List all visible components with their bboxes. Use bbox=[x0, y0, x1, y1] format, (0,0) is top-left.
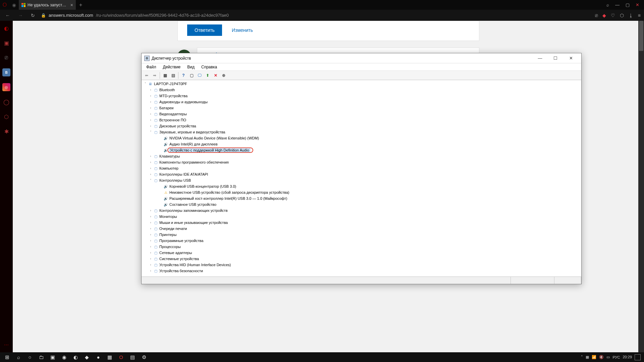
heart-icon[interactable]: ♡ bbox=[611, 13, 615, 18]
toolbar-scan-icon[interactable]: ▢ bbox=[188, 72, 195, 79]
tree-node[interactable]: ›▢Компоненты программного обеспечения bbox=[148, 159, 580, 165]
explorer-icon[interactable]: 🗀 bbox=[36, 352, 47, 362]
tree-leaf[interactable]: 🔊Устройство с поддержкой High Definition… bbox=[158, 147, 580, 153]
edit-link[interactable]: Изменить bbox=[232, 27, 253, 33]
tree-node[interactable]: ›▢Аудиовходы и аудиовыходы bbox=[148, 99, 580, 105]
shield-icon[interactable]: ◆ bbox=[602, 13, 606, 18]
toolbar-back-icon[interactable]: ⬅ bbox=[143, 72, 150, 79]
nav-reload-icon[interactable]: ↻ bbox=[29, 11, 37, 19]
devmgr-titlebar[interactable]: ⚙ Диспетчер устройств — ☐ ✕ bbox=[142, 53, 581, 63]
menu-action[interactable]: Действие bbox=[160, 64, 183, 70]
search-button[interactable]: ⌕ bbox=[13, 352, 24, 362]
tree-node[interactable]: ›▢Контроллеры запоминающих устройств bbox=[148, 207, 580, 214]
tree-root[interactable]: ˅🖥LAPTOP-J1P4T0PF bbox=[143, 81, 580, 87]
tree-node[interactable]: ›▢Компьютер bbox=[148, 165, 580, 171]
tree-leaf[interactable]: 🔊Расширяемый хост-контроллер Intel(R) US… bbox=[158, 195, 580, 201]
window-maximize-button[interactable]: ☐ bbox=[548, 53, 563, 63]
cortana-button[interactable]: ○ bbox=[24, 352, 36, 362]
reply-button[interactable]: Ответить bbox=[187, 24, 222, 36]
sidebar-settings-icon[interactable]: ✱ bbox=[2, 127, 10, 135]
chrome-icon[interactable]: ◉ bbox=[58, 352, 70, 362]
download-icon[interactable]: ⭳ bbox=[629, 13, 633, 18]
tree-node[interactable]: ›▢Bluetooth bbox=[148, 87, 580, 93]
tree-node[interactable]: ›▢Устройства HID (Human Interface Device… bbox=[148, 262, 580, 268]
tree-node[interactable]: ›▢Батареи bbox=[148, 105, 580, 111]
tray-battery-icon[interactable]: ▭ bbox=[606, 355, 610, 359]
toolbar-update-icon[interactable]: ⬆ bbox=[204, 72, 211, 79]
new-tab-button[interactable]: + bbox=[76, 2, 86, 8]
tree-node[interactable]: ˅▢Звуковые, игровые и видеоустройства bbox=[148, 129, 580, 135]
tree-node[interactable]: ›▢Мониторы bbox=[148, 214, 580, 220]
tree-node[interactable]: ›▢Дисковые устройства bbox=[148, 123, 580, 129]
app-icon[interactable]: ◆ bbox=[81, 352, 93, 362]
tree-leaf[interactable]: 🔊Корневой USB-концентратор (USB 3.0) bbox=[158, 183, 580, 189]
cube-icon[interactable]: ⬡ bbox=[620, 13, 624, 18]
menu-file[interactable]: Файл bbox=[144, 64, 159, 70]
nav-back-icon[interactable]: ← bbox=[3, 11, 12, 19]
tree-node[interactable]: ›▢Процессоры bbox=[148, 244, 580, 250]
sidebar-bag-icon[interactable]: ▣ bbox=[2, 39, 10, 47]
menu-icon[interactable]: ≡ bbox=[638, 13, 641, 18]
page-scrollbar[interactable] bbox=[638, 21, 644, 352]
tray-clock[interactable]: 20:29 bbox=[623, 355, 632, 359]
tree-node[interactable]: ›▢Принтеры bbox=[148, 232, 580, 238]
window-close-icon[interactable]: ✕ bbox=[636, 2, 639, 7]
toolbar-props-icon[interactable]: ▤ bbox=[169, 72, 177, 79]
window-minimize-button[interactable]: — bbox=[532, 53, 548, 63]
menu-help[interactable]: Справка bbox=[199, 64, 220, 70]
tree-node[interactable]: ›▢Контроллеры IDE ATA/ATAPI bbox=[148, 171, 580, 177]
app-icon[interactable]: ▦ bbox=[104, 352, 115, 362]
sidebar-more-icon[interactable]: ⋯ bbox=[2, 341, 10, 349]
tree-leaf[interactable]: 🔊Аудио Intel(R) для дисплеев bbox=[158, 141, 580, 147]
steam-icon[interactable]: ● bbox=[93, 352, 104, 362]
sidebar-item-icon[interactable]: ⬡ bbox=[2, 113, 10, 121]
tree-node[interactable]: ˅▢Контроллеры USB bbox=[148, 177, 580, 183]
window-maximize-icon[interactable]: ▢ bbox=[626, 2, 630, 7]
sidebar-instagram-icon[interactable]: ◎ bbox=[2, 83, 10, 91]
tray-chevron-icon[interactable]: ˄ bbox=[581, 355, 583, 359]
start-button[interactable]: ⊞ bbox=[1, 352, 13, 362]
devmgr-tree[interactable]: ˅🖥LAPTOP-J1P4T0PF›▢Bluetooth›▢MTD-устрой… bbox=[142, 80, 581, 277]
tree-node[interactable]: ›▢Программные устройства bbox=[148, 238, 580, 244]
tray-volume-icon[interactable]: 🔇 bbox=[599, 355, 604, 359]
tree-leaf[interactable]: 🔊Составное USB устройство bbox=[158, 201, 580, 207]
tray-network-icon[interactable]: 📶 bbox=[592, 355, 596, 359]
opera-icon[interactable]: O bbox=[0, 2, 9, 8]
tree-node[interactable]: ›▢Устройства безопасности bbox=[148, 268, 580, 274]
tree-node[interactable]: ›▢Системные устройства bbox=[148, 256, 580, 262]
tray-lang[interactable]: РУС bbox=[612, 355, 620, 359]
tree-leaf[interactable]: 🔊NVIDIA Virtual Audio Device (Wave Exten… bbox=[158, 135, 580, 141]
opera-taskbar-icon[interactable]: O bbox=[115, 352, 127, 362]
camera-icon[interactable]: ⎚ bbox=[595, 13, 598, 18]
tab-discord-icon[interactable]: ◉ bbox=[9, 2, 19, 8]
tree-node[interactable]: ›▢Мыши и иные указывающие устройства bbox=[148, 220, 580, 226]
yandex-icon[interactable]: ◐ bbox=[70, 352, 81, 362]
search-icon[interactable]: ⌕ bbox=[606, 2, 609, 7]
store-icon[interactable]: ▣ bbox=[47, 352, 58, 362]
tree-node[interactable]: ›▢Видеоадаптеры bbox=[148, 111, 580, 117]
tree-node[interactable]: ›▢Встроенное ПО bbox=[148, 117, 580, 123]
tree-node[interactable]: ›▢MTD-устройства bbox=[148, 93, 580, 99]
nav-forward-icon[interactable]: → bbox=[16, 11, 25, 19]
tab-active[interactable]: Не удалось запустить слу... × bbox=[19, 0, 76, 10]
menu-view[interactable]: Вид bbox=[184, 64, 197, 70]
window-minimize-icon[interactable]: — bbox=[615, 2, 620, 7]
sidebar-item-icon[interactable]: ◯ bbox=[2, 98, 10, 106]
toolbar-delete-icon[interactable]: ✕ bbox=[212, 72, 219, 79]
sidebar-vk-icon[interactable]: B bbox=[2, 68, 10, 76]
devmgr-taskbar-icon[interactable]: ⚙ bbox=[138, 352, 150, 362]
url-field[interactable]: 🔒 answers.microsoft.com/ru-ru/windows/fo… bbox=[41, 13, 229, 18]
toolbar-monitor-icon[interactable]: 🖵 bbox=[196, 72, 203, 79]
sidebar-twitch-icon[interactable]: ⎚ bbox=[2, 54, 10, 62]
toolbar-forward-icon[interactable]: ➡ bbox=[151, 72, 158, 79]
toolbar-help-icon[interactable]: ? bbox=[180, 72, 187, 79]
tab-close-icon[interactable]: × bbox=[70, 2, 73, 8]
toolbar-refresh-icon[interactable]: ⊕ bbox=[220, 72, 227, 79]
app-icon[interactable]: ▤ bbox=[127, 352, 138, 362]
tray-icon[interactable]: ▦ bbox=[586, 355, 589, 359]
sidebar-clock-icon[interactable]: ◐ bbox=[2, 24, 10, 32]
tree-node[interactable]: ›▢Клавиатуры bbox=[148, 153, 580, 159]
tray-notifications-icon[interactable] bbox=[635, 354, 641, 360]
tree-node[interactable]: ›▢Очереди печати bbox=[148, 226, 580, 232]
window-close-button[interactable]: ✕ bbox=[563, 53, 579, 63]
